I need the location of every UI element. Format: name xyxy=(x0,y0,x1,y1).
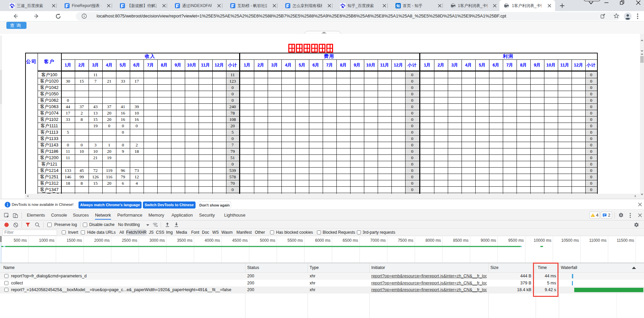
svg-text:客户1214: 客户1214 xyxy=(40,168,59,173)
svg-text:0: 0 xyxy=(590,181,592,186)
svg-text:11: 11 xyxy=(230,72,235,77)
svg-text:33: 33 xyxy=(66,117,70,122)
svg-text:客户121: 客户121 xyxy=(41,162,57,167)
svg-text:客户1347: 客户1347 xyxy=(40,187,59,192)
svg-text:0: 0 xyxy=(590,155,592,160)
svg-text:7: 7 xyxy=(231,142,234,147)
svg-text:13: 13 xyxy=(93,110,98,116)
svg-text:7月: 7月 xyxy=(506,62,513,67)
svg-text:19: 19 xyxy=(107,155,111,160)
svg-text:11: 11 xyxy=(93,72,98,77)
svg-text:0: 0 xyxy=(590,130,592,135)
svg-text:4: 4 xyxy=(136,181,138,186)
svg-text:利润: 利润 xyxy=(502,53,514,59)
svg-text:578: 578 xyxy=(229,174,236,179)
svg-text:9月: 9月 xyxy=(534,62,540,67)
svg-text:11: 11 xyxy=(66,155,70,160)
svg-text:1000 ms: 1000 ms xyxy=(39,238,54,243)
svg-text:39: 39 xyxy=(135,104,139,109)
svg-text:15: 15 xyxy=(93,181,98,186)
svg-text:客户1020: 客户1020 xyxy=(40,79,59,84)
svg-text:30: 30 xyxy=(66,79,70,84)
svg-text:0: 0 xyxy=(590,168,592,173)
svg-text:客户1042: 客户1042 xyxy=(40,85,59,90)
svg-text:0: 0 xyxy=(411,168,414,173)
svg-text:11: 11 xyxy=(66,149,70,154)
svg-text:41: 41 xyxy=(121,104,125,109)
svg-text:15: 15 xyxy=(93,117,98,122)
svg-text:0: 0 xyxy=(590,187,592,192)
svg-text:4月: 4月 xyxy=(465,62,472,67)
svg-text:2000 ms: 2000 ms xyxy=(94,238,110,243)
svg-text:0: 0 xyxy=(590,142,592,147)
svg-text:小计: 小计 xyxy=(407,62,417,67)
svg-text:18: 18 xyxy=(135,149,139,154)
svg-text:20: 20 xyxy=(107,110,111,116)
svg-text:8月: 8月 xyxy=(340,62,346,67)
svg-text:11月: 11月 xyxy=(201,62,210,67)
svg-text:10月: 10月 xyxy=(366,62,375,67)
svg-text:20: 20 xyxy=(230,123,235,128)
svg-text:0: 0 xyxy=(411,79,414,84)
svg-text:0: 0 xyxy=(122,130,124,135)
svg-text:8月: 8月 xyxy=(161,62,167,67)
svg-text:0: 0 xyxy=(590,85,592,90)
svg-text:客户1143: 客户1143 xyxy=(40,142,58,147)
svg-text:119: 119 xyxy=(106,168,112,173)
svg-text:3500 ms: 3500 ms xyxy=(177,238,193,243)
svg-text:20: 20 xyxy=(107,149,111,154)
svg-text:11月: 11月 xyxy=(380,62,389,67)
svg-text:10: 10 xyxy=(79,149,84,154)
svg-text:9500 ms: 9500 ms xyxy=(508,238,524,243)
svg-text:客户1200: 客户1200 xyxy=(40,155,59,160)
svg-text:0: 0 xyxy=(80,142,83,147)
svg-text:5: 5 xyxy=(67,130,69,135)
svg-text:1月: 1月 xyxy=(244,62,250,67)
svg-text:3月: 3月 xyxy=(92,62,99,67)
svg-text:客户1062: 客户1062 xyxy=(40,98,59,103)
svg-text:5月: 5月 xyxy=(299,62,305,67)
svg-text:0: 0 xyxy=(411,187,414,192)
svg-text:21: 21 xyxy=(107,79,111,84)
svg-text:客户1063: 客户1063 xyxy=(40,104,59,109)
svg-text:16: 16 xyxy=(121,117,125,122)
svg-text:0: 0 xyxy=(231,187,234,192)
svg-text:2: 2 xyxy=(80,110,83,116)
svg-text:12: 12 xyxy=(135,174,139,179)
svg-text:3月: 3月 xyxy=(271,62,278,67)
svg-text:0: 0 xyxy=(231,85,234,90)
svg-text:客户1312: 客户1312 xyxy=(40,181,59,186)
svg-text:33: 33 xyxy=(121,79,125,84)
svg-text:5月: 5月 xyxy=(479,62,485,67)
svg-text:7月: 7月 xyxy=(147,62,154,67)
svg-text:0: 0 xyxy=(411,72,414,77)
svg-text:44: 44 xyxy=(66,104,70,109)
svg-text:0: 0 xyxy=(411,142,414,147)
svg-text:10: 10 xyxy=(93,149,98,154)
svg-text:0: 0 xyxy=(590,149,592,154)
svg-text:0: 0 xyxy=(590,110,592,116)
svg-text:240: 240 xyxy=(229,104,236,109)
svg-text:8: 8 xyxy=(80,117,83,122)
svg-text:公司: 公司 xyxy=(26,59,37,64)
svg-text:11月: 11月 xyxy=(560,62,569,67)
svg-text:6500 ms: 6500 ms xyxy=(343,238,358,243)
svg-text:9000 ms: 9000 ms xyxy=(481,238,496,243)
svg-text:5: 5 xyxy=(231,130,234,135)
svg-text:客户1050: 客户1050 xyxy=(40,91,59,96)
svg-text:19: 19 xyxy=(93,123,98,128)
svg-text:99: 99 xyxy=(79,174,84,179)
svg-text:43: 43 xyxy=(93,104,98,109)
svg-text:客户1251: 客户1251 xyxy=(40,174,59,179)
svg-text:2: 2 xyxy=(136,142,138,147)
svg-text:7: 7 xyxy=(94,79,97,84)
svg-text:20: 20 xyxy=(107,117,111,122)
svg-text:0: 0 xyxy=(231,98,234,103)
svg-text:15: 15 xyxy=(79,79,84,84)
svg-text:6月: 6月 xyxy=(492,62,499,67)
svg-text:10月: 10月 xyxy=(546,62,555,67)
svg-text:0: 0 xyxy=(411,174,414,179)
svg-text:5000 ms: 5000 ms xyxy=(260,238,275,243)
svg-text:51: 51 xyxy=(230,155,235,160)
svg-text:客户1111: 客户1111 xyxy=(41,123,58,128)
